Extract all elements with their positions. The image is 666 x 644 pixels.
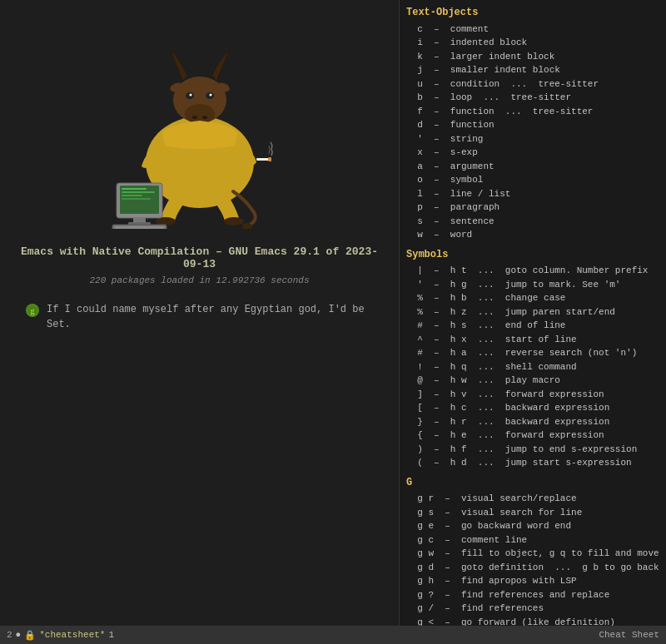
list-item: g ? – find references and replace [406, 588, 659, 602]
status-bar: 2 ● 🔒 *cheatsheet* 1 Cheat Sheet [0, 626, 666, 644]
list-item: b – loop ... tree-sitter [406, 91, 659, 105]
svg-rect-24 [115, 226, 164, 229]
gnu-illustration [92, 21, 308, 229]
list-item: s – sentence [406, 215, 659, 229]
svg-rect-22 [122, 198, 151, 200]
list-item: k – larger indent block [406, 50, 659, 64]
list-item: g w – fill to object, g q to fill and mo… [406, 547, 659, 561]
svg-rect-12 [268, 157, 271, 161]
svg-point-4 [202, 116, 207, 119]
list-item: l – line / list [406, 187, 659, 201]
status-line-num: 2 [7, 630, 12, 640]
list-item: w – word [406, 228, 659, 242]
svg-text:g: g [31, 306, 35, 315]
list-item: % – h z ... jump paren start/end [406, 305, 659, 320]
list-item: j – smaller indent block [406, 63, 659, 77]
list-item: o – symbol [406, 173, 659, 187]
list-item: [ – h c ... backward expression [406, 401, 659, 415]
list-item: ' – h g ... jump to mark. See 'm' [406, 278, 659, 292]
list-item: u – condition ... tree-sitter [406, 77, 659, 92]
list-item: ( – h d ... jump start s-expression [406, 456, 659, 470]
symbols-header: Symbols [406, 247, 659, 263]
status-dot-indicator: ● [16, 630, 22, 640]
g-header: G [406, 475, 659, 491]
list-item: @ – h w ... play macro [406, 374, 659, 388]
svg-rect-20 [122, 191, 155, 193]
list-item: g r – visual search/replace [406, 492, 659, 506]
quote-text: If I could name myself after any Egyptia… [47, 302, 374, 332]
list-item: f – function ... tree-sitter [406, 105, 659, 119]
list-item: d – function [406, 118, 659, 132]
list-item: # – h s ... end of line [406, 319, 659, 333]
list-item: c – comment [406, 22, 659, 37]
symbols-list: | – h t ... goto column. Number prefix '… [406, 264, 659, 470]
status-lock-icon: 🔒 [24, 630, 36, 641]
list-item: g h – find apropos with LSP [406, 574, 659, 588]
svg-point-3 [192, 116, 197, 119]
quote-area: g If I could name myself after any Egypt… [17, 302, 382, 332]
status-col: 1 [108, 630, 114, 640]
status-filename: *cheatsheet* [39, 630, 105, 640]
gnu-image [83, 17, 316, 233]
list-item: i – indented block [406, 36, 659, 50]
g-list: g r – visual search/replace g s – visual… [406, 492, 659, 626]
app-title: Emacs with Native Compilation – GNU Emac… [17, 245, 382, 270]
list-item: g e – go backward word end [406, 519, 659, 533]
list-item: ^ – h x ... start of line [406, 333, 659, 347]
left-panel: Emacs with Native Compilation – GNU Emac… [0, 0, 400, 626]
svg-point-8 [209, 94, 211, 97]
list-item: g < – go forward (like definition) [406, 616, 659, 626]
list-item: ' – string [406, 132, 659, 146]
text-objects-list: c – comment i – indented block k – large… [406, 22, 659, 242]
list-item: g c – comment line [406, 533, 659, 547]
svg-rect-11 [256, 158, 270, 161]
list-item: ] – h v ... forward expression [406, 388, 659, 402]
list-item: ) – h f ... jump to end s-expression [406, 443, 659, 457]
app-subtitle: 220 packages loaded in 12.992736 seconds [89, 275, 309, 285]
svg-point-14 [224, 217, 244, 225]
list-item: p – paragraph [406, 201, 659, 215]
list-item: # – h a ... reverse search (not 'n') [406, 346, 659, 360]
list-item: | – h t ... goto column. Number prefix [406, 264, 659, 278]
list-item: g d – goto definition ... g b to go back [406, 561, 659, 575]
svg-rect-21 [122, 195, 142, 196]
status-mode: Cheat Sheet [599, 630, 659, 640]
text-objects-header: Text-Objects [406, 5, 659, 21]
main-area: Emacs with Native Compilation – GNU Emac… [0, 0, 666, 626]
list-item: a – argument [406, 160, 659, 174]
gnu-small-icon: g [25, 303, 40, 318]
right-panel[interactable]: Text-Objects c – comment i – indented bl… [400, 0, 666, 626]
svg-rect-19 [122, 188, 147, 190]
list-item: } – h r ... backward expression [406, 415, 659, 429]
list-item: g / – find references [406, 602, 659, 616]
list-item: % – h b ... change case [406, 291, 659, 305]
status-left: 2 ● 🔒 *cheatsheet* 1 [7, 630, 114, 641]
list-item: ! – h q ... shell command [406, 360, 659, 374]
list-item: { – h e ... forward expression [406, 429, 659, 443]
list-item: x – s-exp [406, 146, 659, 160]
svg-rect-17 [133, 218, 146, 222]
list-item: g s – visual search for line [406, 506, 659, 520]
svg-point-7 [189, 94, 191, 97]
